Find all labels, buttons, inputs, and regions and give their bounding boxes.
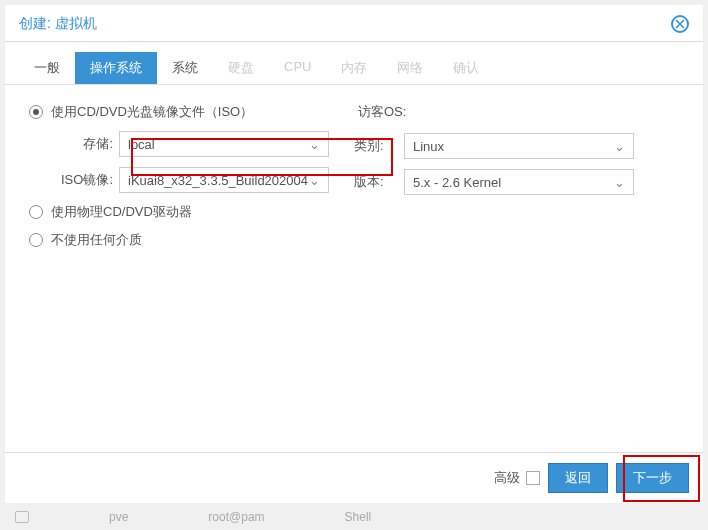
category-label: 类别: [354, 137, 404, 155]
next-button[interactable]: 下一步 [616, 463, 689, 493]
bottom-item: root@pam [208, 510, 264, 524]
tab-os[interactable]: 操作系统 [75, 52, 157, 84]
bottom-item: pve [109, 510, 128, 524]
radio-icon [29, 233, 43, 247]
close-icon[interactable] [671, 15, 689, 33]
tab-cpu: CPU [269, 52, 326, 84]
guest-os-title: 访客OS: [354, 103, 679, 121]
tab-memory: 内存 [326, 52, 382, 84]
radio-label: 不使用任何介质 [51, 231, 142, 249]
tab-system[interactable]: 系统 [157, 52, 213, 84]
storage-value: local [128, 137, 309, 152]
column-left: 使用CD/DVD光盘镜像文件（ISO） 存储: local ⌄ ISO镜像: i… [29, 103, 354, 434]
bottom-bar: pve root@pam Shell [5, 506, 703, 527]
iso-image-row: ISO镜像: iKuai8_x32_3.3.5_Build202004 ⌄ [29, 167, 354, 193]
version-row: 版本: 5.x - 2.6 Kernel ⌄ [354, 169, 679, 195]
iso-image-value: iKuai8_x32_3.3.5_Build202004 [128, 173, 309, 188]
storage-row: 存储: local ⌄ [29, 131, 354, 157]
bottom-item: Shell [345, 510, 372, 524]
create-vm-dialog: 创建: 虚拟机 一般 操作系统 系统 硬盘 CPU 内存 网络 确认 使用CD/… [5, 5, 703, 503]
category-combo[interactable]: Linux ⌄ [404, 133, 634, 159]
version-value: 5.x - 2.6 Kernel [413, 175, 614, 190]
radio-label: 使用CD/DVD光盘镜像文件（ISO） [51, 103, 253, 121]
chevron-down-icon: ⌄ [309, 137, 320, 152]
chevron-down-icon: ⌄ [614, 139, 625, 154]
radio-use-none[interactable]: 不使用任何介质 [29, 231, 354, 249]
tab-general[interactable]: 一般 [19, 52, 75, 84]
radio-icon [29, 205, 43, 219]
tab-disk: 硬盘 [213, 52, 269, 84]
tab-network: 网络 [382, 52, 438, 84]
category-row: 类别: Linux ⌄ [354, 133, 679, 159]
dialog-footer: 高级 返回 下一步 [5, 452, 703, 503]
tab-confirm: 确认 [438, 52, 494, 84]
advanced-checkbox[interactable] [526, 471, 540, 485]
advanced-label: 高级 [494, 469, 520, 487]
iso-image-label: ISO镜像: [29, 171, 119, 189]
back-button[interactable]: 返回 [548, 463, 608, 493]
radio-use-iso[interactable]: 使用CD/DVD光盘镜像文件（ISO） [29, 103, 354, 121]
chevron-down-icon: ⌄ [614, 175, 625, 190]
dialog-header: 创建: 虚拟机 [5, 5, 703, 42]
dialog-body: 使用CD/DVD光盘镜像文件（ISO） 存储: local ⌄ ISO镜像: i… [5, 85, 703, 452]
version-combo[interactable]: 5.x - 2.6 Kernel ⌄ [404, 169, 634, 195]
terminal-icon [15, 511, 29, 523]
advanced-toggle[interactable]: 高级 [494, 469, 540, 487]
version-label: 版本: [354, 173, 404, 191]
storage-label: 存储: [29, 135, 119, 153]
column-right: 访客OS: 类别: Linux ⌄ 版本: 5.x - 2.6 Kernel ⌄ [354, 103, 679, 434]
radio-label: 使用物理CD/DVD驱动器 [51, 203, 192, 221]
radio-use-physical[interactable]: 使用物理CD/DVD驱动器 [29, 203, 354, 221]
chevron-down-icon: ⌄ [309, 173, 320, 188]
radio-icon [29, 105, 43, 119]
storage-combo[interactable]: local ⌄ [119, 131, 329, 157]
iso-image-combo[interactable]: iKuai8_x32_3.3.5_Build202004 ⌄ [119, 167, 329, 193]
wizard-tabs: 一般 操作系统 系统 硬盘 CPU 内存 网络 确认 [5, 42, 703, 85]
category-value: Linux [413, 139, 614, 154]
dialog-title: 创建: 虚拟机 [19, 15, 97, 33]
